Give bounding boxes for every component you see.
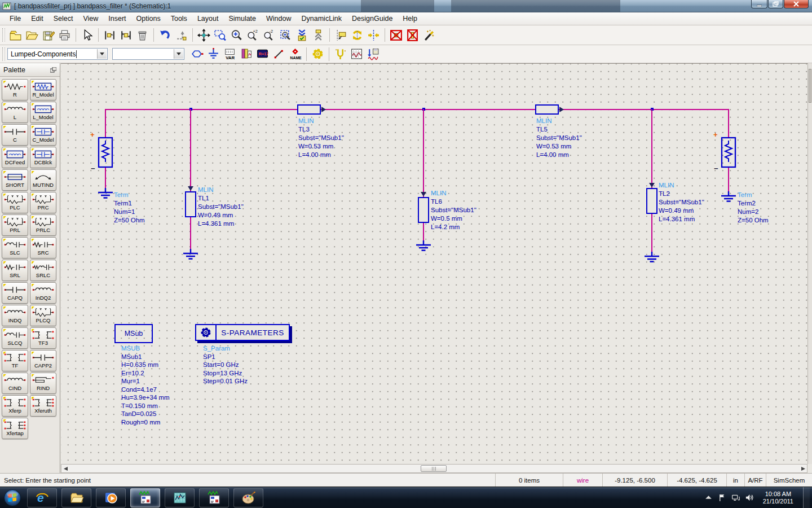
palette-item-L_Model[interactable]: L_Model <box>30 102 56 123</box>
palette-item-CAPP2[interactable]: CAPP2 <box>30 350 56 371</box>
deactivate-button[interactable] <box>388 28 404 43</box>
s-parameters-block[interactable]: S-PARAMETERS <box>195 324 290 341</box>
term1-symbol[interactable] <box>98 136 113 169</box>
tl6-symbol[interactable] <box>418 197 429 223</box>
wire[interactable] <box>105 168 106 188</box>
swap-pins-button[interactable] <box>118 28 134 43</box>
palette-item-SLCQ[interactable]: SLCQ <box>2 327 28 349</box>
palette-item-SLC[interactable]: SLC <box>2 237 28 259</box>
palette-item-PRL[interactable]: PRL <box>2 214 28 236</box>
wire[interactable] <box>651 214 652 252</box>
pop-out-of-hierarchy-button[interactable] <box>310 28 326 43</box>
ground-symbol[interactable] <box>415 240 432 252</box>
palette-item-L[interactable]: L <box>2 102 28 123</box>
wire[interactable] <box>105 109 729 110</box>
simulation-data-save-button[interactable] <box>365 46 381 62</box>
wire-name-button[interactable]: NAME <box>287 46 303 62</box>
new-button[interactable] <box>7 28 24 43</box>
taskbar-ads-schematic-2[interactable] <box>199 488 229 507</box>
palette-item-Xfertap[interactable]: Xfertap <box>2 418 28 439</box>
menu-window[interactable]: Window <box>261 13 296 24</box>
tune-button[interactable] <box>332 46 348 62</box>
rotate-items-button[interactable] <box>349 28 365 43</box>
wire[interactable] <box>423 109 424 197</box>
set-origin-button[interactable] <box>173 28 189 43</box>
palette-item-Xferuth[interactable]: Xferuth <box>30 395 56 417</box>
network-icon[interactable] <box>731 493 740 502</box>
palette-item-C_Model[interactable]: C_Model <box>30 124 56 146</box>
palette-item-CIND[interactable]: CIND <box>2 373 28 394</box>
taskbar-ads-data-display[interactable] <box>165 488 195 507</box>
palette-item-SRLC[interactable]: SRLC <box>30 260 56 281</box>
smart-simulation-wizard-button[interactable] <box>421 28 437 43</box>
taskbar-windows-explorer[interactable] <box>61 488 91 507</box>
wire-label-button[interactable] <box>333 28 349 43</box>
menu-insert[interactable]: Insert <box>103 13 131 24</box>
insert-var-button[interactable]: VAR <box>222 46 238 62</box>
term2-labels[interactable]: Term Term2 Num=2 Z=50 Ohm <box>738 191 769 225</box>
component-parameters-button[interactable]: R=17 <box>254 46 271 62</box>
component-select[interactable] <box>112 48 184 60</box>
tl1-labels[interactable]: MLIN TL1 Subst="MSub1" W=0.49 mm L=4.361… <box>198 186 244 228</box>
data-display-button[interactable] <box>348 46 365 62</box>
tl2-symbol[interactable] <box>646 188 657 214</box>
zoom-in-x2-button[interactable]: +2 <box>245 28 261 43</box>
float-palette-icon[interactable] <box>50 67 56 73</box>
delete-button[interactable] <box>134 28 151 43</box>
palette-item-PRLC[interactable]: PRLC <box>30 214 56 236</box>
palette-item-DCBlck[interactable]: DCBlck <box>30 147 56 168</box>
vertical-scrollbar[interactable] <box>807 63 812 464</box>
menu-simulate[interactable]: Simulate <box>223 13 261 24</box>
menu-file[interactable]: File <box>5 13 26 24</box>
scroll-left-arrow[interactable] <box>61 465 69 472</box>
palette-item-TF[interactable]: TF <box>2 350 28 371</box>
insert-ground-button[interactable] <box>205 46 222 62</box>
menu-edit[interactable]: Edit <box>26 13 48 24</box>
zoom-to-selection-button[interactable] <box>277 28 294 43</box>
palette-item-C[interactable]: C <box>2 124 28 146</box>
menu-select[interactable]: Select <box>48 13 78 24</box>
wire[interactable] <box>423 223 424 240</box>
toolbar-grip[interactable] <box>2 28 5 42</box>
palette-item-SRL[interactable]: SRL <box>2 260 28 281</box>
insert-port-button[interactable] <box>189 46 205 62</box>
ground-symbol[interactable] <box>643 252 660 263</box>
zoom-area-button[interactable] <box>212 28 228 43</box>
mirror-button[interactable] <box>365 28 382 43</box>
volume-icon[interactable] <box>745 493 753 502</box>
zoom-in-button[interactable] <box>228 28 245 43</box>
taskbar-internet-explorer[interactable]: e <box>27 488 57 507</box>
scroll-right-arrow[interactable] <box>799 465 807 472</box>
tl3-labels[interactable]: MLIN TL3 Subst="MSub1" W=0.53 mm L=4.00 … <box>298 117 344 159</box>
taskbar-clock[interactable]: 10:08 AM 21/10/2011 <box>758 491 798 505</box>
palette-item-Xferp[interactable]: Xferp <box>2 395 28 417</box>
taskbar-media-player[interactable] <box>96 488 126 507</box>
palette-item-InDQ2[interactable]: InDQ2 <box>30 282 56 304</box>
palette-item-DCFeed[interactable]: DCFeed <box>2 147 28 168</box>
tl1-symbol[interactable] <box>185 191 196 217</box>
minimize-button[interactable] <box>751 0 767 8</box>
save-button[interactable] <box>40 28 56 43</box>
palette-select[interactable]: Lumped-Components <box>7 48 108 60</box>
scrollbar-thumb[interactable] <box>421 465 447 472</box>
wire[interactable] <box>728 109 729 138</box>
open-button[interactable] <box>24 28 40 43</box>
tl5-symbol[interactable] <box>535 104 559 115</box>
action-center-flag-icon[interactable] <box>718 493 726 502</box>
schematic-canvas[interactable]: + − Term Term1 Num=1 Z=50 Ohm MLIN TL3 S… <box>61 63 807 464</box>
palette-item-PRC[interactable]: PRC <box>30 192 56 213</box>
tl5-labels[interactable]: MLIN TL5 Subst="MSub1" W=0.53 mm L=4.00 … <box>536 117 582 159</box>
msub-labels[interactable]: MSUB MSub1 H=0.635 mm Er=10.2 Mur=1 Cond… <box>121 344 170 426</box>
library-browser-button[interactable] <box>238 46 254 62</box>
close-button[interactable] <box>784 0 809 8</box>
palette-item-R[interactable]: R <box>2 79 28 100</box>
select-pointer-button[interactable] <box>79 28 95 43</box>
print-button[interactable] <box>56 28 73 43</box>
palette-item-TF3[interactable]: TF3 <box>30 327 56 349</box>
wire[interactable] <box>651 109 652 188</box>
term2-symbol[interactable] <box>721 136 736 169</box>
taskbar-paint[interactable] <box>233 488 263 507</box>
tl2-labels[interactable]: MLIN TL2 Subst="MSub1" W=0.49 mm L=4.361… <box>659 181 704 224</box>
deactivate-short-button[interactable] <box>404 28 421 43</box>
zoom-out-x2-button[interactable]: -2 <box>261 28 277 43</box>
